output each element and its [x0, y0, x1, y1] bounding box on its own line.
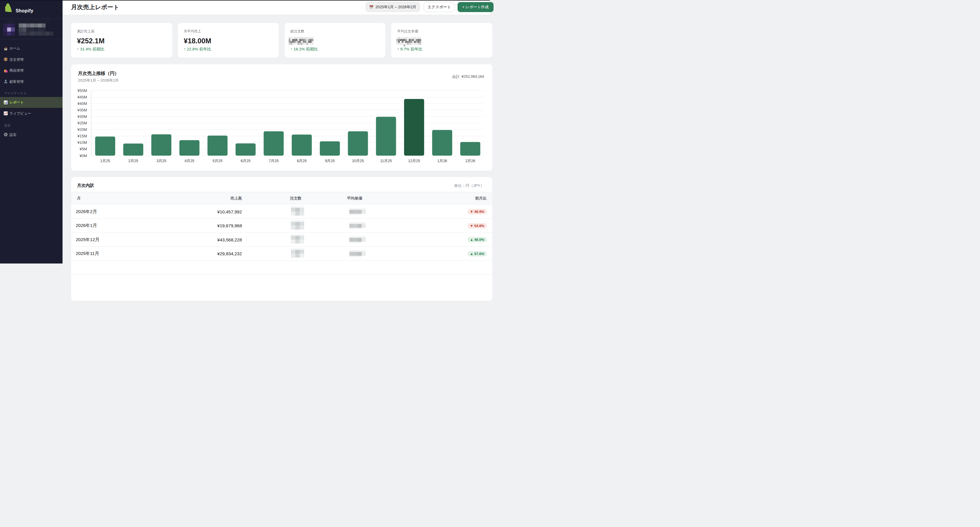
svg-text:8月25: 8月25	[297, 159, 307, 163]
svg-text:¥25M: ¥25M	[77, 121, 87, 125]
svg-text:12月25: 12月25	[408, 159, 420, 163]
svg-text:¥35M: ¥35M	[77, 108, 87, 112]
svg-text:11月25: 11月25	[380, 159, 392, 163]
svg-text:¥5M: ¥5M	[80, 147, 87, 151]
svg-text:¥30M: ¥30M	[77, 114, 87, 119]
svg-text:5月25: 5月25	[213, 159, 223, 163]
svg-text:2月25: 2月25	[128, 159, 138, 163]
svg-text:¥45M: ¥45M	[77, 95, 87, 99]
svg-text:2月26: 2月26	[465, 159, 475, 163]
svg-text:¥40M: ¥40M	[77, 101, 87, 106]
svg-text:10月25: 10月25	[352, 159, 364, 163]
svg-text:3月25: 3月25	[156, 159, 166, 163]
svg-text:¥50M: ¥50M	[77, 88, 87, 92]
svg-text:4月25: 4月25	[185, 159, 194, 163]
svg-text:1月25: 1月25	[100, 159, 110, 163]
svg-text:¥10M: ¥10M	[77, 140, 87, 145]
svg-text:6月25: 6月25	[241, 159, 250, 163]
svg-text:¥0M: ¥0M	[80, 153, 87, 158]
svg-text:¥15M: ¥15M	[77, 134, 87, 138]
svg-text:7月25: 7月25	[269, 159, 278, 163]
svg-text:1月26: 1月26	[437, 159, 447, 163]
svg-text:9月25: 9月25	[325, 159, 334, 163]
svg-text:17: 17	[370, 6, 372, 8]
svg-text:¥20M: ¥20M	[77, 127, 87, 132]
